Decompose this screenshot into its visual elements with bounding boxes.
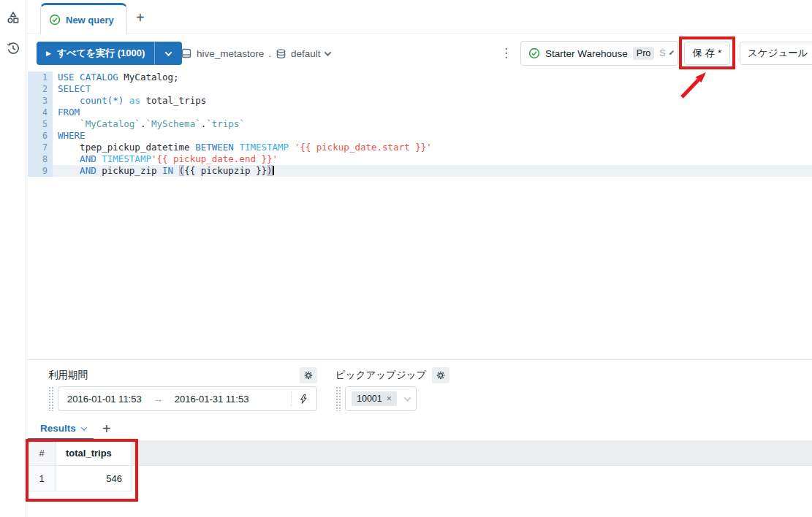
- zip-chip: 10001 ×: [352, 391, 397, 406]
- chevron-down-icon: [324, 49, 331, 56]
- code-line[interactable]: WHERE: [53, 130, 812, 142]
- total-trips-cell: 546: [56, 466, 132, 491]
- code-line[interactable]: AND pickup_zip IN ({{ pickupzip }}): [53, 165, 812, 177]
- code-line[interactable]: SELECT: [53, 83, 812, 95]
- code-line[interactable]: USE CATALOG MyCatalog;: [53, 72, 812, 83]
- line-number: 9: [28, 165, 53, 177]
- chevron-down-icon: [669, 50, 673, 54]
- warehouse-tier-badge: Pro: [633, 47, 654, 60]
- header-filler: [132, 440, 812, 466]
- warehouse-name: Starter Warehouse: [545, 48, 628, 59]
- tab-bar: New query +: [26, 3, 812, 34]
- date-range-label: 利用期間: [48, 369, 88, 382]
- history-icon[interactable]: [6, 41, 20, 55]
- pickup-zip-select[interactable]: 10001 ×: [345, 386, 417, 411]
- warehouse-size: S: [659, 48, 665, 58]
- line-number: 5: [28, 118, 53, 130]
- run-all-button[interactable]: ▶ すべてを実行 (1000): [37, 42, 182, 65]
- column-header-total-trips[interactable]: total_trips: [56, 440, 132, 466]
- query-status-check-icon: [49, 14, 61, 26]
- left-sidebar: [0, 0, 26, 517]
- warehouse-status-check-icon: [528, 47, 540, 59]
- code-line[interactable]: tpep_pickup_datetime BETWEEN TIMESTAMP '…: [53, 142, 812, 153]
- results-tab-label: Results: [40, 423, 76, 434]
- editor-gutter: 123456789: [28, 72, 53, 177]
- schema-name: default: [291, 48, 321, 59]
- context-separator: .: [268, 48, 271, 59]
- zip-chip-value: 10001: [357, 394, 382, 404]
- warehouse-selector[interactable]: Starter Warehouse Pro S: [520, 41, 678, 66]
- quick-pick-lightning-icon[interactable]: [291, 391, 308, 406]
- add-visualization-button[interactable]: +: [102, 421, 111, 436]
- date-range-settings-button[interactable]: [300, 367, 317, 383]
- run-all-label: すべてを実行 (1000): [57, 47, 145, 60]
- line-number: 8: [28, 153, 53, 165]
- save-button[interactable]: 保 存 *: [684, 42, 730, 65]
- table-row: 1 546: [28, 466, 812, 491]
- line-number: 1: [28, 72, 53, 83]
- chevron-down-icon: [404, 394, 411, 402]
- row-filler: [132, 466, 812, 491]
- play-icon: ▶: [46, 50, 51, 57]
- line-number: 3: [28, 95, 53, 107]
- catalog-name: hive_metastore: [197, 48, 264, 59]
- code-line[interactable]: FROM: [53, 107, 812, 118]
- code-line[interactable]: AND TIMESTAMP'{{ pickup_date.end }}': [53, 153, 812, 165]
- tab-label: New query: [66, 15, 114, 26]
- editor-code[interactable]: USE CATALOG MyCatalog;SELECT count(*) as…: [53, 72, 812, 177]
- params-divider: [26, 359, 812, 360]
- date-range-widget: 利用期間 2016-01-01 11:53 → 2016-01-31 11:53: [48, 367, 317, 411]
- date-end-value[interactable]: 2016-01-31 11:53: [175, 394, 249, 405]
- catalog-icon: [181, 47, 192, 59]
- results-tab[interactable]: Results: [40, 423, 86, 434]
- database-icon: [276, 48, 287, 59]
- line-number: 2: [28, 83, 53, 95]
- widget-drag-handle[interactable]: [48, 386, 55, 411]
- new-tab-button[interactable]: +: [136, 10, 145, 25]
- run-options-dropdown[interactable]: [155, 42, 182, 65]
- line-number: 7: [28, 142, 53, 153]
- row-index-cell: 1: [28, 466, 56, 491]
- chevron-down-icon: [81, 424, 87, 430]
- catalog-schema-selector[interactable]: hive_metastore . default: [181, 42, 330, 65]
- date-arrow-icon: →: [153, 394, 163, 405]
- line-number: 4: [28, 107, 53, 118]
- date-range-input[interactable]: 2016-01-01 11:53 → 2016-01-31 11:53: [58, 386, 317, 411]
- date-start-value[interactable]: 2016-01-01 11:53: [67, 394, 142, 405]
- table-header-row: # total_trips: [28, 440, 812, 466]
- tab-new-query[interactable]: New query: [40, 3, 127, 34]
- widget-drag-handle[interactable]: [335, 386, 342, 411]
- pickup-zip-settings-button[interactable]: [432, 367, 449, 383]
- kebab-menu-icon[interactable]: ⋮: [500, 45, 512, 61]
- column-header-index[interactable]: #: [28, 440, 56, 466]
- schema-browser-icon[interactable]: [6, 10, 20, 25]
- code-line[interactable]: `MyCatalog`.`MySchema`.`trips`: [53, 118, 812, 130]
- pickup-zip-label: ピックアップジップ: [335, 369, 426, 382]
- text-cursor: [273, 166, 274, 175]
- code-line[interactable]: count(*) as total_trips: [53, 95, 812, 107]
- pickup-zip-widget: ピックアップジップ 10001 ×: [335, 367, 455, 411]
- schedule-button[interactable]: スケジュール: [740, 42, 812, 65]
- results-table: # total_trips 1 546: [28, 440, 812, 491]
- line-number: 6: [28, 130, 53, 142]
- zip-chip-close-icon[interactable]: ×: [387, 394, 392, 404]
